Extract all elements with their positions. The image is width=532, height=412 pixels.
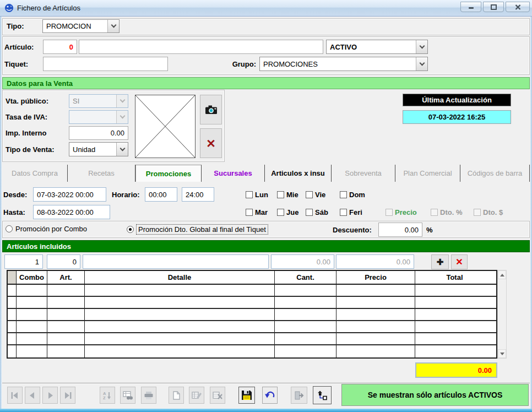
table-row[interactable] (8, 297, 496, 309)
tab-sucursales[interactable]: Sucursales (202, 165, 265, 182)
radio-label: Promoción por Combo (15, 225, 87, 233)
tab-sobreventa[interactable]: Sobreventa (332, 165, 395, 182)
grupo-select[interactable]: PROMOCIONES (259, 57, 428, 71)
articulo-code-field[interactable]: 0 (43, 40, 77, 54)
articulo-name-field[interactable] (79, 40, 323, 54)
checkbox-mar[interactable]: Mar (246, 208, 268, 216)
entry-precio-field[interactable]: 0.00 (336, 254, 414, 269)
checkbox-box[interactable] (306, 191, 313, 198)
tab-recetas[interactable]: Recetas (68, 165, 135, 182)
previous-record-icon (28, 392, 37, 399)
article-image-placeholder (135, 95, 196, 158)
undo-button[interactable] (262, 387, 278, 404)
table-row[interactable] (8, 345, 496, 357)
tab-articulos-x-insumo[interactable]: Articulos x insu (265, 165, 332, 182)
first-record-icon (10, 392, 19, 399)
checkbox-jue[interactable]: Jue (277, 208, 298, 216)
radio-promo-global[interactable]: Promoción Dto. Global al final del Tique… (127, 225, 268, 234)
horario-desde-field[interactable]: 00:00 (145, 187, 177, 202)
column-header-art[interactable]: Art. (47, 271, 85, 284)
status-filter-button[interactable]: Se muestran sólo artículos ACTIVOS (341, 384, 529, 406)
camera-icon (205, 105, 218, 115)
minimize-button[interactable] (460, 2, 481, 12)
checkbox-box[interactable] (246, 191, 253, 198)
save-button[interactable] (238, 387, 255, 404)
column-header-cant[interactable]: Cant. (275, 271, 336, 284)
checkbox-box[interactable] (277, 191, 284, 198)
structure-button[interactable] (313, 386, 332, 404)
plus-icon: ✚ (437, 258, 444, 266)
radio-button-checked[interactable] (127, 226, 134, 233)
chevron-down-icon[interactable] (416, 57, 427, 71)
tab-codigos-de-barra[interactable]: Códigos de barra (460, 165, 530, 182)
exit-button (291, 387, 307, 404)
add-article-button[interactable]: ✚ (431, 254, 449, 269)
table-row[interactable] (8, 321, 496, 333)
checkbox-label: Mar (255, 208, 268, 216)
column-header-detalle[interactable]: Detalle (85, 271, 275, 284)
tipo-venta-select[interactable]: Unidad (69, 142, 128, 156)
entry-cantidad-field[interactable]: 0.00 (271, 254, 334, 269)
table-cell (8, 309, 17, 320)
close-button[interactable] (506, 2, 530, 12)
checkbox-box[interactable] (277, 209, 284, 216)
maximize-button[interactable] (483, 2, 504, 12)
entry-detalle-field[interactable] (83, 254, 269, 269)
chevron-down-icon[interactable] (416, 40, 427, 53)
radio-promo-combo[interactable]: Promoción por Combo (6, 225, 87, 233)
hasta-field[interactable]: 08-03-2022 00:00 (33, 205, 110, 219)
scroll-down-button[interactable] (498, 349, 506, 358)
entry-combo-field[interactable]: 1 (4, 254, 43, 269)
table-cell (275, 309, 336, 320)
tab-plan-comercial[interactable]: Plan Comercial (395, 165, 460, 182)
horario-label: Horario: (112, 187, 140, 202)
checkbox-box (474, 209, 481, 216)
table-cell (415, 285, 494, 296)
checkbox-dom[interactable]: Dom (340, 191, 365, 199)
table-cell (415, 297, 494, 308)
checkbox-box[interactable] (246, 209, 253, 216)
undo-arrow-icon (264, 390, 276, 400)
desde-field[interactable]: 07-03-2022 00:00 (33, 187, 106, 202)
checkbox-box (431, 209, 438, 216)
table-row[interactable] (8, 285, 496, 297)
checkbox-box[interactable] (340, 209, 347, 216)
scroll-up-button[interactable] (498, 270, 506, 279)
table-cell (47, 333, 85, 344)
tiquet-field[interactable] (43, 57, 168, 71)
column-header-total[interactable]: Total (415, 271, 494, 284)
checkbox-lun[interactable]: Lun (246, 191, 268, 199)
empty-image-cross-icon (135, 95, 195, 158)
checkbox-mie[interactable]: Mie (277, 191, 298, 199)
horario-hasta-field[interactable]: 24:00 (182, 187, 214, 202)
imp-interno-field[interactable]: 0.00 (69, 126, 128, 140)
chevron-down-icon[interactable] (116, 143, 128, 156)
table-cell (275, 321, 336, 332)
column-header-combo[interactable]: Combo (17, 271, 47, 284)
table-row[interactable] (8, 309, 496, 321)
descuento-field[interactable]: 0.00 (378, 223, 422, 237)
table-cell (8, 321, 17, 332)
entry-articulo-field[interactable]: 0 (47, 254, 80, 269)
checkbox-feri[interactable]: Feri (340, 208, 362, 216)
table-row[interactable] (8, 333, 496, 345)
column-header-precio[interactable]: Precio (336, 271, 415, 284)
tab-datos-compra[interactable]: Datos Compra (2, 165, 68, 182)
table-cell (47, 321, 85, 332)
tab-promociones[interactable]: Promociones (135, 165, 202, 182)
chevron-down-icon[interactable] (107, 20, 119, 32)
checkbox-vie[interactable]: Vie (306, 191, 325, 199)
radio-button[interactable] (6, 225, 13, 232)
capture-image-button[interactable] (200, 95, 222, 124)
checkbox-label: Dto. % (440, 208, 462, 216)
tipo-select[interactable]: PROMOCION (42, 19, 120, 33)
checkbox-box[interactable] (306, 209, 313, 216)
estado-select[interactable]: ACTIVO (326, 40, 428, 54)
remove-article-button[interactable]: ✕ (451, 254, 468, 269)
table-cell (8, 345, 17, 357)
table-scrollbar[interactable] (497, 270, 507, 359)
checkbox-label: Dto. $ (483, 208, 503, 216)
checkbox-sab[interactable]: Sáb (306, 208, 328, 216)
checkbox-box[interactable] (340, 191, 347, 198)
clear-image-button[interactable]: ✕ (200, 128, 222, 158)
